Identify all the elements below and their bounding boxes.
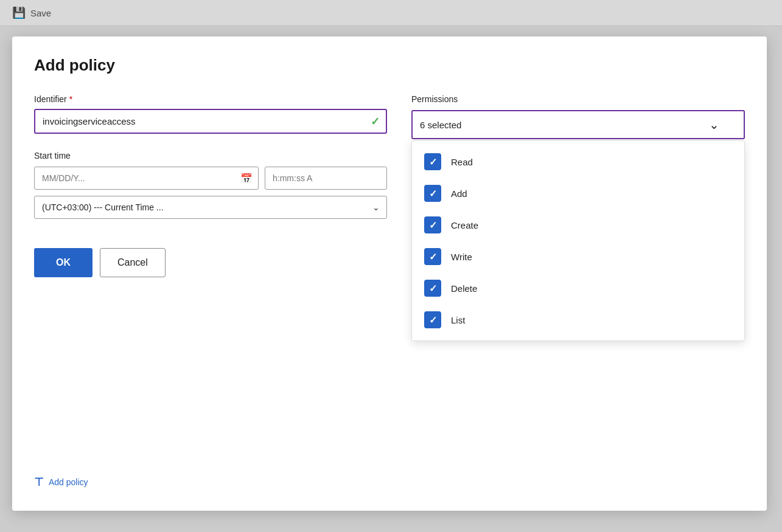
permissions-select-box[interactable]: 6 selected ⌄ [411, 110, 745, 139]
date-input[interactable] [34, 167, 259, 190]
time-input[interactable] [265, 167, 387, 190]
permissions-dropdown: Read Add Create Write [411, 140, 745, 341]
modal-title: Add policy [34, 56, 745, 75]
form-layout: Identifier * ✓ Start time 📅 [34, 94, 745, 277]
permissions-select-container: 6 selected ⌄ Read Add [411, 110, 745, 139]
date-input-wrapper: 📅 [34, 167, 259, 190]
permission-item-list[interactable]: List [412, 304, 744, 336]
permission-add-checkbox [424, 185, 441, 202]
button-row: OK Cancel [34, 248, 387, 277]
permission-item-read[interactable]: Read [412, 146, 744, 178]
permission-item-add[interactable]: Add [412, 178, 744, 209]
valid-check-icon: ✓ [371, 115, 380, 128]
permission-list-label: List [451, 315, 465, 325]
calendar-icon: 📅 [240, 173, 253, 184]
timezone-input[interactable] [34, 196, 387, 219]
ok-button[interactable]: OK [34, 248, 93, 277]
add-policy-link-label: Add policy [49, 477, 88, 487]
identifier-label: Identifier * [34, 94, 387, 104]
permission-item-write[interactable]: Write [412, 241, 744, 272]
permission-read-label: Read [451, 157, 473, 167]
permission-create-checkbox [424, 216, 441, 233]
permissions-selected-count: 6 selected [420, 120, 461, 130]
permission-add-label: Add [451, 188, 467, 199]
cancel-button[interactable]: Cancel [100, 248, 166, 277]
permission-item-delete[interactable]: Delete [412, 272, 744, 304]
permission-delete-label: Delete [451, 283, 477, 294]
permissions-label: Permissions [411, 94, 745, 104]
permission-read-checkbox [424, 153, 441, 170]
modal-overlay: Add policy Identifier * ✓ Start time [0, 0, 782, 532]
permission-list-checkbox [424, 311, 441, 328]
identifier-field-wrapper: ✓ [34, 109, 387, 134]
permission-delete-checkbox [424, 280, 441, 297]
identifier-input[interactable] [34, 109, 387, 134]
add-policy-icon: ⊤ [34, 475, 44, 489]
permission-write-checkbox [424, 248, 441, 265]
start-time-row: 📅 [34, 167, 387, 190]
start-time-label: Start time [34, 151, 387, 161]
required-indicator: * [69, 94, 72, 104]
form-right: Permissions 6 selected ⌄ Read Add [411, 94, 745, 139]
permission-write-label: Write [451, 252, 472, 262]
form-left: Identifier * ✓ Start time 📅 [34, 94, 387, 277]
add-policy-link[interactable]: ⊤ Add policy [34, 475, 88, 489]
timezone-wrapper: ⌄ [34, 196, 387, 219]
permission-item-create[interactable]: Create [412, 209, 744, 241]
permissions-chevron-icon: ⌄ [709, 117, 719, 132]
permission-create-label: Create [451, 220, 478, 230]
modal-dialog: Add policy Identifier * ✓ Start time [12, 36, 767, 511]
